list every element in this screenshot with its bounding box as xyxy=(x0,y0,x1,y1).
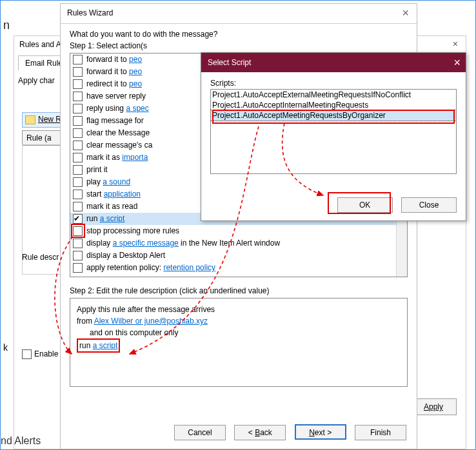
action-value-link[interactable]: application xyxy=(104,190,141,199)
checkbox-icon[interactable] xyxy=(73,92,83,101)
checkbox-icon[interactable] xyxy=(73,214,83,224)
action-text: redirect it to xyxy=(86,79,129,88)
select-script-title: Select Script xyxy=(208,58,251,67)
action-text: print it xyxy=(86,165,108,174)
new-rule-button[interactable]: New R xyxy=(22,112,62,128)
action-row[interactable]: apply retention policy: retention policy xyxy=(70,262,397,274)
action-row[interactable]: display a Desktop Alert xyxy=(70,249,397,262)
wizard-titlebar: Rules Wizard × xyxy=(61,4,417,24)
wizard-title: Rules Wizard xyxy=(67,8,113,17)
wizard-question: What do you want to do with the message? xyxy=(70,30,408,39)
checkbox-icon[interactable] xyxy=(73,79,83,89)
action-text: apply retention policy: xyxy=(86,263,163,272)
action-text: forward it to xyxy=(86,67,129,76)
script-item[interactable]: Project1.AutoAcceptMeetingRequestsByOrga… xyxy=(211,110,456,121)
script-item[interactable]: Project1.AutoAcceptInternalMeetingReques… xyxy=(211,100,456,110)
action-value-link[interactable]: peo xyxy=(129,55,142,64)
rules-alerts-title: Rules and Al xyxy=(19,40,63,49)
checkbox-icon[interactable] xyxy=(73,190,83,199)
back-button[interactable]: < Back xyxy=(234,425,286,440)
run-script-link[interactable]: a script xyxy=(93,341,118,350)
select-script-dialog: Select Script × Scripts: Project1.AutoAc… xyxy=(201,52,466,221)
checkbox-icon[interactable] xyxy=(73,55,83,64)
desc-line: run a script xyxy=(77,338,401,353)
action-text: run xyxy=(86,214,100,223)
checkbox-icon[interactable] xyxy=(73,165,83,175)
enable-rules-checkbox[interactable]: Enable xyxy=(22,349,58,359)
action-text: mark it as read xyxy=(86,202,137,211)
close-icon[interactable]: × xyxy=(448,37,463,50)
checkbox-icon[interactable] xyxy=(73,239,83,248)
action-value-link[interactable]: a specific message xyxy=(113,239,179,248)
action-value-link[interactable]: peo xyxy=(129,67,142,76)
desc-line: and on this computer only xyxy=(77,327,401,338)
apply-changes-label: Apply char xyxy=(18,76,55,85)
action-text: flag message for xyxy=(86,116,144,125)
wizard-button-row: Cancel < Back Next > Finish xyxy=(61,424,417,444)
checkbox-icon[interactable] xyxy=(73,128,83,138)
step2-label: Step 2: Edit the rule description (click… xyxy=(70,286,408,295)
action-value-link[interactable]: a spec xyxy=(126,104,148,113)
checkbox-icon[interactable] xyxy=(73,263,83,273)
checkbox-icon[interactable] xyxy=(73,202,83,211)
close-icon[interactable]: × xyxy=(398,6,413,20)
action-text: play xyxy=(86,177,103,186)
checkbox-icon[interactable] xyxy=(73,153,83,162)
truncated-text: k xyxy=(3,342,8,353)
action-value-link[interactable]: importa xyxy=(122,153,148,162)
checkbox-icon[interactable] xyxy=(73,116,83,126)
action-text: display xyxy=(86,239,113,248)
cancel-button[interactable]: Cancel xyxy=(174,425,226,440)
rule-description-box: Apply this rule after the message arrive… xyxy=(70,298,408,387)
checkbox-icon[interactable] xyxy=(73,177,83,187)
action-text: in the New Item Alert window xyxy=(179,239,280,248)
action-text: stop processing more rules xyxy=(86,226,179,235)
next-button[interactable]: Next > xyxy=(295,424,346,440)
action-text: clear message's ca xyxy=(86,141,152,150)
action-row[interactable]: display a specific message in the New It… xyxy=(70,237,397,249)
select-script-titlebar: Select Script × xyxy=(201,53,466,72)
action-value-link[interactable]: retention policy xyxy=(163,263,215,272)
truncated-heading: nd Alerts xyxy=(1,435,41,447)
action-text: display a Desktop Alert xyxy=(86,251,165,260)
action-text: forward it to xyxy=(86,55,129,64)
checkbox-icon[interactable] xyxy=(73,104,83,113)
ok-button[interactable]: OK xyxy=(337,197,393,213)
step1-label: Step 1: Select action(s xyxy=(70,41,408,50)
action-value-link[interactable]: a script xyxy=(100,214,125,223)
action-value-link[interactable]: a sound xyxy=(103,177,130,186)
truncated-text: n xyxy=(3,19,10,32)
action-text: have server reply xyxy=(86,92,146,101)
desc-line: from Alex Wilber or june@poshlab.xyz xyxy=(77,315,401,327)
checkbox-icon[interactable] xyxy=(73,141,83,150)
action-text: reply using xyxy=(86,104,126,113)
close-icon[interactable]: × xyxy=(453,53,461,72)
checkbox-icon[interactable] xyxy=(22,349,32,359)
scripts-listbox[interactable]: Project1.AutoAcceptExternalMeetingReques… xyxy=(210,89,457,174)
action-text: start xyxy=(86,190,104,199)
action-text: clear the Message xyxy=(86,128,150,137)
checkbox-icon[interactable] xyxy=(73,226,83,236)
rule-description-label: Rule descr xyxy=(22,253,59,262)
action-text: mark it as xyxy=(86,153,122,162)
desc-line: Apply this rule after the message arrive… xyxy=(77,304,401,315)
script-item[interactable]: Project1.AutoAcceptExternalMeetingReques… xyxy=(211,90,456,100)
action-row[interactable]: stop processing more rules xyxy=(70,225,397,237)
finish-button[interactable]: Finish xyxy=(355,425,406,440)
scripts-label: Scripts: xyxy=(210,79,457,88)
checkbox-icon[interactable] xyxy=(73,251,83,260)
from-people-link[interactable]: Alex Wilber or june@poshlab.xyz xyxy=(94,317,208,326)
checkbox-icon[interactable] xyxy=(73,67,83,77)
action-value-link[interactable]: peo xyxy=(129,79,142,88)
rules-grid-header: Rule (a xyxy=(22,130,64,146)
close-button[interactable]: Close xyxy=(401,197,457,213)
